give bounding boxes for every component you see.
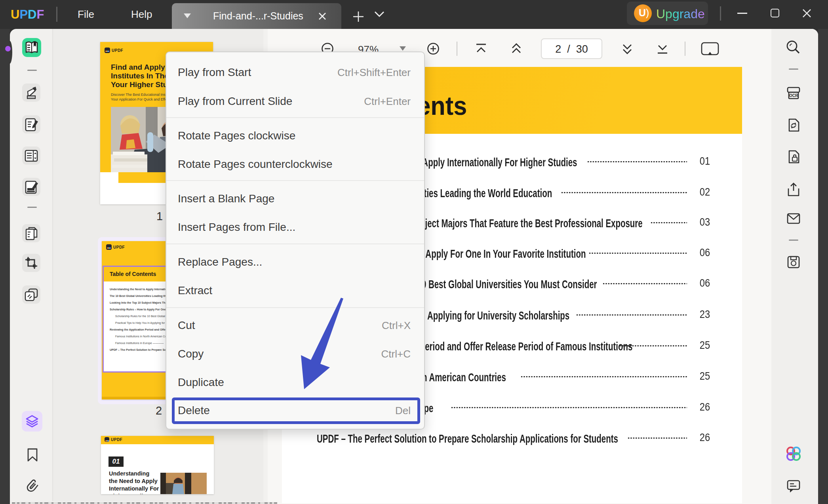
svg-text:OCR: OCR [789, 93, 798, 98]
